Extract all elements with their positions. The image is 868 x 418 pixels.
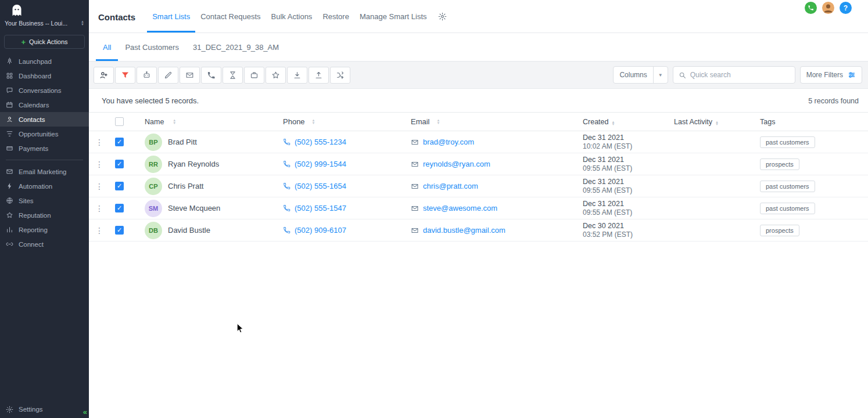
help-icon[interactable]: ? [840, 2, 852, 14]
campaign-button[interactable] [223, 67, 243, 84]
select-all-checkbox[interactable] [115, 117, 124, 126]
search-icon [679, 71, 686, 79]
column-header-created[interactable]: Created [583, 118, 608, 126]
tab-manage-smart-lists[interactable]: Manage Smart Lists [354, 0, 432, 33]
column-header-phone[interactable]: Phone [283, 117, 305, 126]
row-checkbox[interactable]: ✓ [115, 138, 124, 146]
list-tab-all[interactable]: All [96, 33, 118, 61]
contact-name[interactable]: David Bustle [168, 226, 210, 235]
row-checkbox[interactable]: ✓ [115, 182, 124, 190]
sidebar-item-contacts[interactable]: Contacts [0, 112, 89, 127]
call-button[interactable] [201, 67, 221, 84]
main-content: Contacts Smart Lists Contact Requests Bu… [89, 0, 868, 418]
sidebar-item-launchpad[interactable]: Launchpad [0, 54, 89, 69]
row-menu-button[interactable]: ⋮ [89, 226, 110, 235]
columns-dropdown[interactable]: Columns ▼ [613, 66, 668, 84]
pencil-icon [164, 71, 173, 80]
import-icon [293, 71, 302, 80]
avatar: BP [145, 134, 162, 151]
tab-restore[interactable]: Restore [317, 0, 354, 33]
contact-phone[interactable]: (502) 555-1654 [295, 182, 346, 190]
sidebar-item-sites[interactable]: Sites [0, 193, 89, 208]
sidebar-item-conversations[interactable]: Conversations [0, 83, 89, 98]
row-checkbox[interactable]: ✓ [115, 226, 124, 235]
sidebar-item-payments[interactable]: Payments [0, 141, 89, 156]
search-box [673, 66, 795, 84]
contact-email[interactable]: steve@awesome.com [423, 204, 497, 212]
records-found: 5 records found [808, 97, 859, 105]
contact-phone[interactable]: (502) 555-1547 [295, 204, 346, 212]
contact-name[interactable]: Ryan Reynolds [168, 160, 219, 168]
row-checkbox[interactable]: ✓ [115, 204, 124, 212]
phone-icon [283, 138, 290, 146]
merge-icon [336, 71, 345, 80]
contact-email[interactable]: david.bustle@gmail.com [423, 226, 505, 235]
pencil-button[interactable] [158, 67, 178, 84]
row-menu-button[interactable]: ⋮ [89, 138, 110, 147]
sidebar-item-opportunities[interactable]: Opportunities [0, 127, 89, 141]
contact-phone[interactable]: (502) 999-1544 [295, 160, 346, 168]
phone-icon [283, 160, 290, 168]
quick-actions-button[interactable]: + Quick Actions [4, 35, 85, 49]
sort-icon[interactable]: ▲▼ [715, 121, 719, 126]
contact-phone[interactable]: (502) 555-1234 [295, 138, 346, 146]
review-request-button[interactable] [266, 67, 286, 84]
row-checkbox[interactable]: ✓ [115, 160, 124, 168]
sidebar-item-settings[interactable]: Settings [0, 402, 89, 417]
sidebar-item-calendars[interactable]: Calendars [0, 98, 89, 112]
export-button[interactable] [309, 67, 329, 84]
column-header-name[interactable]: Name [145, 118, 164, 126]
tab-contact-requests[interactable]: Contact Requests [195, 0, 266, 33]
tab-smart-lists[interactable]: Smart Lists [147, 0, 195, 33]
sort-icon[interactable]: ▲▼ [437, 119, 440, 124]
opportunity-button[interactable] [244, 67, 264, 84]
row-menu-button[interactable]: ⋮ [89, 160, 110, 169]
merge-button[interactable] [330, 67, 350, 84]
column-header-last-activity[interactable]: Last Activity [674, 118, 712, 126]
contact-name[interactable]: Chris Pratt [168, 182, 203, 190]
more-filters-button[interactable]: More Filters [800, 66, 862, 84]
sort-icon[interactable]: ▲▼ [312, 119, 315, 124]
column-header-email[interactable]: Email [411, 117, 430, 126]
import-button[interactable] [287, 67, 307, 84]
contact-email[interactable]: reynolds@ryan.com [423, 160, 490, 168]
robot-button[interactable] [137, 67, 157, 84]
sidebar-item-email-marketing[interactable]: Email Marketing [0, 164, 89, 179]
sort-icon[interactable]: ▲▼ [173, 119, 176, 124]
contact-email[interactable]: chris@pratt.com [423, 182, 478, 190]
sidebar-item-connect[interactable]: Connect [0, 237, 89, 251]
toolbar-right: Columns ▼ More Filters [613, 66, 862, 84]
row-menu-button[interactable]: ⋮ [89, 182, 110, 191]
search-input[interactable] [690, 71, 790, 79]
sidebar-item-reputation[interactable]: Reputation [0, 208, 89, 222]
sort-icon[interactable]: ▲▼ [611, 121, 615, 126]
created-cell: Dec 31 2021 09:55 AM (EST) [578, 156, 669, 172]
row-menu-button[interactable]: ⋮ [89, 204, 110, 213]
send-email-button[interactable] [180, 67, 200, 84]
list-tab-past-customers[interactable]: Past Customers [118, 33, 185, 61]
selection-status: You have selected 5 records. [102, 96, 199, 105]
sidebar-item-dashboard[interactable]: Dashboard [0, 69, 89, 83]
quick-filter-button[interactable] [115, 67, 135, 84]
table-row: ⋮ ✓ SM Steve Mcqueen (502) 555-1547 stev… [89, 197, 868, 219]
phone-icon[interactable] [805, 2, 817, 14]
contact-name[interactable]: Brad Pitt [168, 138, 197, 146]
contact-email[interactable]: brad@troy.com [423, 138, 474, 146]
list-tab-31-dec[interactable]: 31_DEC_2021_9_38_AM [186, 33, 286, 61]
collapse-chevrons-icon[interactable]: « [83, 408, 87, 416]
sidebar-item-reporting[interactable]: Reporting [0, 222, 89, 237]
email-icon [411, 138, 419, 146]
link-icon [6, 240, 13, 248]
smart-lists-gear-icon[interactable] [432, 0, 453, 33]
user-avatar[interactable] [822, 2, 834, 14]
contact-name[interactable]: Steve Mcqueen [168, 204, 220, 212]
sidebar-item-automation[interactable]: Automation [0, 179, 89, 193]
calendar-icon [6, 101, 13, 109]
add-contact-button[interactable] [94, 67, 114, 84]
tag-pill: past customers [760, 203, 815, 214]
contacts-table-card: You have selected 5 records. 5 records f… [89, 88, 868, 418]
contact-phone[interactable]: (502) 909-6107 [295, 226, 346, 235]
business-switcher[interactable]: Your Business -- Loui... ▲▼ [0, 18, 89, 31]
tab-bulk-actions[interactable]: Bulk Actions [266, 0, 318, 33]
globe-icon [6, 197, 13, 204]
